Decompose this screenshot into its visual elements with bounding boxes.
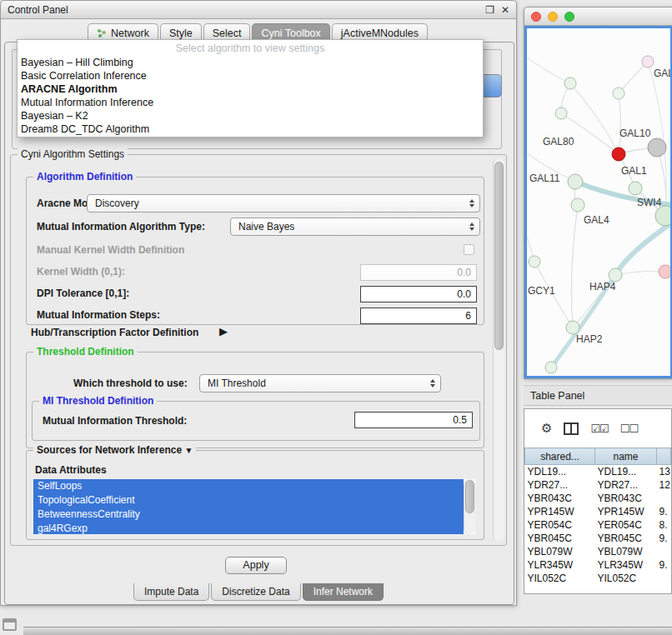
network-node[interactable]: [609, 268, 622, 282]
gear-icon[interactable]: ⚙: [541, 421, 552, 436]
columns-icon[interactable]: [564, 422, 579, 435]
network-window-titlebar[interactable]: [524, 8, 672, 26]
table-row[interactable]: YDR27...YDR27...12: [525, 478, 671, 492]
table-cell[interactable]: YBL079W: [525, 545, 595, 558]
table-cell[interactable]: YLR345W: [595, 558, 657, 572]
dpi-tolerance-input[interactable]: 0.0: [360, 286, 477, 302]
network-edge[interactable]: [615, 272, 665, 276]
tab-infer-network[interactable]: Infer Network: [303, 583, 384, 601]
table-cell[interactable]: YBR043C: [525, 492, 595, 505]
settings-scrollbar-thumb[interactable]: [494, 162, 504, 350]
zoom-traffic-icon[interactable]: [564, 12, 574, 22]
table-cell[interactable]: [657, 545, 671, 558]
table-cell[interactable]: YBR045C: [525, 532, 595, 545]
table-row[interactable]: YBL079WYBL079W: [525, 545, 671, 558]
attribute-item[interactable]: TopologicalCoefficient: [33, 493, 464, 508]
network-canvas[interactable]: GALGAL80GAL10GAL11GAL1SWI4GAL4GCY1HAP4HA…: [524, 26, 672, 378]
table-cell[interactable]: YPR145W: [595, 505, 657, 518]
network-node[interactable]: [571, 198, 584, 212]
table-cell[interactable]: 13: [657, 465, 671, 478]
algorithm-option[interactable]: Bayesian – K2: [18, 109, 483, 122]
network-node[interactable]: [568, 174, 583, 189]
kernel-width-input[interactable]: 0.0: [360, 264, 477, 281]
table-cell[interactable]: 9.: [657, 532, 671, 545]
table-cell[interactable]: YBR045C: [595, 532, 657, 545]
algorithm-option[interactable]: Dream8 DC_TDC Algorithm: [18, 122, 483, 136]
mi-type-combo[interactable]: Naive Bayes: [230, 218, 480, 236]
attribute-item[interactable]: SelfLoops: [33, 479, 464, 493]
table-cell[interactable]: [657, 492, 671, 505]
expand-right-icon[interactable]: ▶: [219, 325, 228, 338]
algorithm-option[interactable]: Mutual Information Inference: [18, 96, 483, 109]
table-row[interactable]: YBR043CYBR043C: [525, 492, 671, 505]
network-node[interactable]: [659, 265, 670, 278]
algorithm-option[interactable]: Bayesian – Hill Climbing: [18, 56, 483, 69]
network-edge[interactable]: [619, 62, 648, 93]
aracne-mode-combo[interactable]: Discovery: [87, 194, 480, 212]
network-node[interactable]: [613, 88, 624, 99]
attribute-list[interactable]: SelfLoops TopologicalCoefficient Between…: [33, 479, 475, 534]
network-node[interactable]: [555, 108, 567, 119]
attribute-item[interactable]: BetweennessCentrality: [33, 508, 464, 522]
control-panel-titlebar[interactable]: Control Panel ❐ ✕: [1, 1, 516, 19]
table-cell[interactable]: YDL19...: [525, 465, 595, 478]
table-cell[interactable]: YBL079W: [595, 545, 657, 558]
attribute-list-scrollbar[interactable]: [464, 479, 475, 534]
network-node[interactable]: [566, 321, 579, 334]
table-cell[interactable]: YPR145W: [525, 505, 595, 518]
settings-scrollbar[interactable]: [493, 158, 504, 542]
mi-steps-input[interactable]: 6: [360, 308, 477, 324]
table-row[interactable]: YIL052CYIL052C: [525, 572, 671, 585]
network-edge[interactable]: [561, 113, 619, 154]
minimized-window-icon[interactable]: [3, 618, 17, 631]
table-cell[interactable]: 12: [657, 478, 671, 492]
tab-impute-data[interactable]: Impute Data: [133, 583, 209, 601]
table-cell[interactable]: [657, 572, 671, 585]
select-all-icon[interactable]: ☑☑: [590, 422, 608, 435]
table-cell[interactable]: YLR345W: [525, 558, 595, 572]
network-node[interactable]: [648, 138, 666, 157]
network-node[interactable]: [545, 362, 557, 373]
collapse-down-icon[interactable]: ▼: [184, 446, 193, 455]
deselect-all-icon[interactable]: ☐☐: [620, 422, 638, 435]
close-window-icon[interactable]: ✕: [501, 4, 509, 16]
table-row[interactable]: YDL19...YDL19...13: [525, 465, 671, 478]
network-node[interactable]: [529, 256, 540, 268]
table-cell[interactable]: YER054C: [595, 518, 657, 532]
table-cell[interactable]: YDR27...: [525, 478, 595, 492]
attribute-item[interactable]: gal4RGexp: [33, 522, 464, 534]
manual-kernel-checkbox[interactable]: [464, 244, 474, 255]
column-header-partial[interactable]: [657, 448, 671, 465]
which-threshold-combo[interactable]: MI Threshold: [199, 374, 441, 392]
close-traffic-icon[interactable]: [531, 12, 541, 22]
network-edge[interactable]: [619, 93, 621, 154]
table-cell[interactable]: YIL052C: [595, 572, 657, 585]
algorithm-option[interactable]: Basic Correlation Inference: [18, 69, 483, 82]
network-node[interactable]: [642, 56, 654, 68]
mi-threshold-input[interactable]: 0.5: [354, 412, 473, 428]
minimize-traffic-icon[interactable]: [548, 12, 558, 22]
table-cell[interactable]: YDR27...: [595, 478, 657, 492]
network-node[interactable]: [612, 148, 625, 161]
network-edge[interactable]: [527, 58, 570, 83]
column-header-name[interactable]: name: [595, 448, 657, 465]
network-edge[interactable]: [571, 205, 578, 328]
table-cell[interactable]: 9.: [657, 505, 671, 518]
table-cell[interactable]: YDL19...: [595, 465, 657, 478]
table-cell[interactable]: 8.: [657, 518, 671, 532]
table-cell[interactable]: YBR043C: [595, 492, 657, 505]
network-graph[interactable]: GALGAL80GAL10GAL11GAL1SWI4GAL4GCY1HAP4HA…: [527, 28, 670, 378]
tab-discretize-data[interactable]: Discretize Data: [211, 583, 300, 601]
algorithm-option-selected[interactable]: ARACNE Algorithm: [18, 82, 483, 96]
float-window-icon[interactable]: ❐: [485, 4, 494, 16]
network-node[interactable]: [629, 182, 642, 195]
table-cell[interactable]: 9.: [657, 558, 671, 572]
table-row[interactable]: YER054CYER054C8.: [525, 518, 671, 532]
table-row[interactable]: YBR045CYBR045C9.: [525, 532, 671, 545]
network-node[interactable]: [564, 78, 576, 89]
attribute-list-scrollbar-thumb[interactable]: [465, 480, 474, 513]
network-edge[interactable]: [570, 83, 619, 154]
apply-button[interactable]: Apply: [225, 557, 287, 574]
table-row[interactable]: YPR145WYPR145W9.: [525, 505, 671, 518]
table-cell[interactable]: YER054C: [525, 518, 595, 532]
